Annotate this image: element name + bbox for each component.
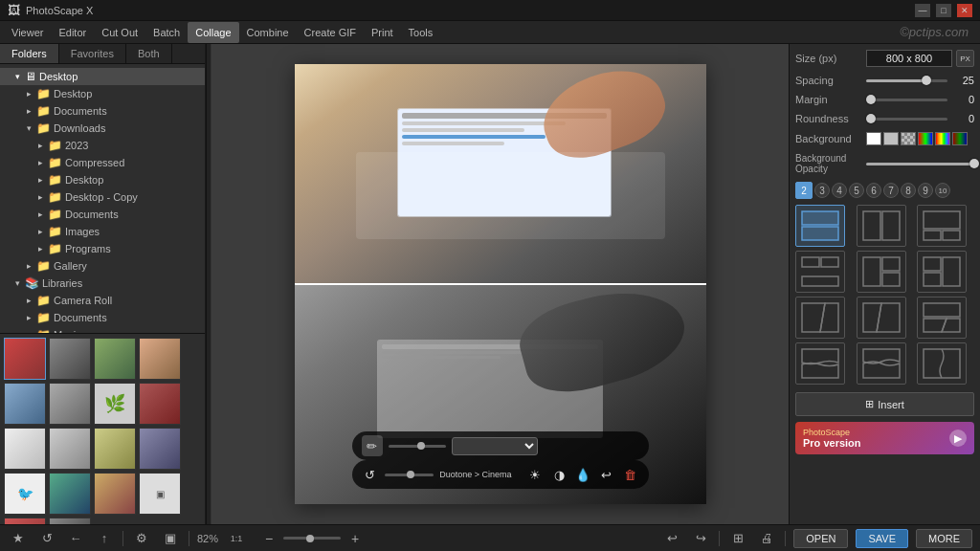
thumbnail-17[interactable] [4, 518, 46, 524]
thumbnail-8[interactable] [139, 383, 181, 425]
tree-item-music[interactable]: ▸ 📁 Music [0, 326, 205, 333]
opacity-slider[interactable] [389, 445, 446, 448]
minimize-button[interactable]: — [915, 4, 930, 17]
menu-collage[interactable]: Collage [188, 22, 238, 43]
bg-opacity-slider[interactable] [866, 163, 974, 165]
thumbnail-4[interactable] [139, 338, 181, 380]
close-button[interactable]: ✕ [957, 4, 972, 17]
menu-print[interactable]: Print [364, 22, 401, 43]
thumbnail-1[interactable] [4, 338, 46, 380]
tab-folders[interactable]: Folders [0, 44, 59, 63]
layout-num-6[interactable]: 6 [866, 183, 881, 198]
menu-tools[interactable]: Tools [401, 22, 441, 43]
layout-template-5[interactable] [857, 251, 906, 293]
zoom-in-button[interactable]: + [345, 528, 366, 549]
tree-item-libraries[interactable]: ▾ 📚 Libraries [0, 275, 205, 292]
thumbnail-strip[interactable]: 🌿 🐦 ▣ [0, 333, 205, 524]
tree-item-2023[interactable]: ▸ 📁 2023 [0, 137, 205, 154]
swatch-white[interactable] [866, 132, 881, 145]
tree-item-programs[interactable]: ▸ 📁 Programs [0, 240, 205, 257]
grid-button[interactable]: ⊞ [727, 528, 748, 549]
thumbnail-10[interactable] [49, 428, 91, 470]
layout-num-9[interactable]: 9 [918, 183, 933, 198]
thumbnail-16[interactable]: ▣ [139, 473, 181, 515]
insert-button[interactable]: ⊞ Insert [795, 392, 974, 416]
layout-template-12[interactable] [917, 342, 967, 385]
layout-num-5[interactable]: 5 [849, 183, 864, 198]
tree-item-documents2[interactable]: ▸ 📁 Documents [0, 206, 205, 223]
layout-template-2[interactable] [857, 205, 906, 247]
layout-num-3[interactable]: 3 [814, 183, 830, 198]
layout-template-4[interactable] [795, 251, 845, 293]
save-button[interactable]: SAVE [856, 529, 908, 548]
swatch-rainbow[interactable] [935, 132, 950, 145]
tree-item-desktop-copy[interactable]: ▸ 📁 Desktop - Copy [0, 188, 205, 206]
tree-item-documents3[interactable]: ▸ 📁 Documents [0, 309, 205, 326]
tree-item-gallery[interactable]: ▸ 📁 Gallery [0, 257, 205, 275]
zoom-ratio-button[interactable]: 1:1 [226, 528, 247, 549]
layout-template-9[interactable] [917, 297, 967, 339]
effect-dropdown[interactable]: Grayscale [452, 437, 538, 455]
zoom-out-button[interactable]: − [258, 528, 279, 549]
thumbnail-6[interactable] [49, 383, 91, 425]
layout-template-7[interactable] [795, 297, 845, 339]
settings-button[interactable]: ⚙ [131, 528, 152, 549]
layout-template-11[interactable] [857, 342, 906, 385]
spacing-slider[interactable] [866, 79, 947, 82]
open-button[interactable]: OPEN [793, 529, 848, 548]
thumbnail-11[interactable] [94, 428, 136, 470]
undo-button[interactable]: ↩ [661, 528, 682, 549]
swatch-checker[interactable] [901, 132, 916, 145]
swatch-gradient[interactable] [918, 132, 933, 145]
thumbnail-9[interactable] [4, 428, 46, 470]
thumbnail-7[interactable]: 🌿 [94, 383, 136, 425]
pro-arrow-icon[interactable]: ▶ [949, 430, 967, 447]
layout-num-7[interactable]: 7 [883, 183, 899, 198]
file-tree[interactable]: ▾ 🖥 Desktop ▸ 📁 Desktop ▸ 📁 Documents ▾ … [0, 64, 205, 333]
tab-both[interactable]: Both [126, 44, 172, 63]
view-button[interactable]: ▣ [160, 528, 181, 549]
thumbnail-18[interactable] [49, 518, 91, 524]
layout-template-6[interactable] [917, 251, 967, 293]
layout-template-8[interactable] [857, 297, 906, 339]
thumbnail-14[interactable] [49, 473, 91, 515]
brightness-button[interactable]: ☀ [526, 464, 545, 485]
print-button[interactable]: 🖨 [756, 528, 777, 549]
tree-item-camera-roll[interactable]: ▸ 📁 Camera Roll [0, 292, 205, 309]
menu-editor[interactable]: Editor [51, 22, 94, 43]
menu-batch[interactable]: Batch [145, 22, 188, 43]
saturation-button[interactable]: 💧 [573, 464, 591, 485]
collage-cell-top[interactable] [295, 64, 706, 283]
layout-template-10[interactable] [795, 342, 845, 385]
tree-item-desktop-root[interactable]: ▾ 🖥 Desktop [0, 68, 205, 85]
swatch-dark[interactable] [952, 132, 968, 145]
delete-button[interactable]: 🗑 [621, 464, 639, 485]
zoom-slider[interactable] [283, 537, 341, 540]
menu-combine[interactable]: Combine [239, 22, 297, 43]
thumbnail-5[interactable] [4, 383, 46, 425]
rotate-left-button[interactable]: ↺ [362, 464, 380, 485]
tree-item-images[interactable]: ▸ 📁 Images [0, 223, 205, 240]
thumbnail-2[interactable] [49, 338, 91, 380]
tree-item-downloads[interactable]: ▾ 📁 Downloads [0, 120, 205, 137]
maximize-button[interactable]: □ [936, 4, 951, 17]
tree-item-compressed[interactable]: ▸ 📁 Compressed [0, 154, 205, 171]
star-button[interactable]: ★ [8, 528, 29, 549]
layout-template-3[interactable] [917, 205, 967, 247]
tree-item-desktop2[interactable]: ▸ 📁 Desktop [0, 171, 205, 188]
thumbnail-13[interactable]: 🐦 [4, 473, 46, 515]
roundness-slider[interactable] [866, 118, 947, 121]
back-button[interactable]: ← [65, 528, 86, 549]
pro-banner[interactable]: PhotoScape Pro version ▶ [795, 422, 974, 454]
refresh-button[interactable]: ↺ [36, 528, 57, 549]
swatch-gray[interactable] [883, 132, 899, 145]
layout-num-10[interactable]: 10 [935, 183, 950, 198]
menu-cutout[interactable]: Cut Out [94, 22, 145, 43]
layout-num-8[interactable]: 8 [901, 183, 916, 198]
thumbnail-12[interactable] [139, 428, 181, 470]
margin-slider[interactable] [866, 99, 947, 101]
tree-item-documents[interactable]: ▸ 📁 Documents [0, 102, 205, 120]
menu-creategif[interactable]: Create GIF [297, 22, 364, 43]
up-button[interactable]: ↑ [94, 528, 115, 549]
more-button[interactable]: MORE [916, 529, 972, 548]
